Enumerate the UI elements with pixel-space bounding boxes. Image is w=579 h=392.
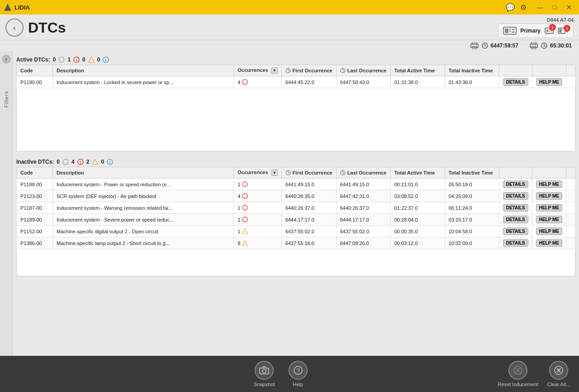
cell-extra bbox=[566, 202, 575, 214]
cell-extra bbox=[566, 214, 575, 226]
cell-details-btn[interactable]: DETAILS bbox=[499, 237, 532, 249]
svg-line-41 bbox=[343, 71, 344, 71]
cell-active-time: 00:00:35.0 bbox=[390, 226, 445, 237]
details-button[interactable]: DETAILS bbox=[503, 216, 528, 223]
cell-helpme-btn[interactable]: HELP ME bbox=[532, 214, 566, 226]
app-content: ‹ DTCs D944 A7-04 Primary bbox=[0, 14, 579, 356]
snapshot-button[interactable]: Snapshot bbox=[254, 361, 275, 387]
th-btn1-inactive bbox=[499, 167, 532, 179]
reset-label: Reset Inducement bbox=[498, 382, 538, 387]
th-extra-inactive bbox=[566, 167, 575, 179]
cell-details-btn[interactable]: DETAILS bbox=[499, 226, 532, 237]
help-icon: ? bbox=[289, 361, 308, 380]
cell-helpme-btn[interactable]: HELP ME bbox=[532, 179, 566, 190]
minimize-button[interactable]: — bbox=[534, 2, 546, 12]
inactive-dtcs-body: P1188-00 Inducement system - Power or sp… bbox=[17, 179, 575, 249]
sort-icon-occurrences[interactable]: ▼ bbox=[271, 67, 278, 74]
cell-details-btn[interactable]: DETAILS bbox=[499, 76, 532, 88]
helpme-button[interactable]: HELP ME bbox=[536, 192, 562, 200]
cell-last: 6444:17:17.0 bbox=[336, 214, 390, 226]
svg-text:!: ! bbox=[80, 160, 81, 165]
inactive-table-row: P1123-00 SCR system (DEF injector) - Air… bbox=[17, 190, 575, 202]
active-icon-3: i bbox=[103, 57, 109, 63]
details-button[interactable]: DETAILS bbox=[503, 192, 528, 200]
cell-details-btn[interactable]: DETAILS bbox=[499, 214, 532, 226]
cell-first: 6441:49:15.0 bbox=[281, 179, 336, 190]
cell-active-time: 03:08:52.0 bbox=[390, 190, 445, 202]
cell-details-btn[interactable]: DETAILS bbox=[499, 202, 532, 214]
device-id: D944 A7-04 bbox=[547, 17, 574, 23]
svg-rect-11 bbox=[549, 31, 550, 32]
chat-icon[interactable]: 💬 bbox=[506, 3, 515, 12]
cell-inactive-time: 10:04:58.0 bbox=[445, 226, 499, 237]
th-inactive-time: Total Inactive Time bbox=[445, 65, 499, 76]
helpme-button[interactable]: HELP ME bbox=[536, 216, 562, 223]
cell-extra bbox=[566, 76, 575, 88]
cell-description: Inducement system - Power or speed reduc… bbox=[53, 179, 234, 190]
th-btn2 bbox=[532, 65, 566, 76]
helpme-button[interactable]: HELP ME bbox=[536, 239, 562, 247]
back-button[interactable]: ‹ bbox=[5, 19, 24, 37]
content-area: Active DTCs: 0 1 ! 0 0 i bbox=[13, 51, 579, 356]
svg-marker-65 bbox=[242, 241, 247, 246]
helpme-button[interactable]: HELP ME bbox=[536, 204, 562, 212]
svg-point-19 bbox=[476, 45, 477, 46]
cell-inactive-time: 10:02:09.0 bbox=[445, 237, 499, 249]
cell-occurrences: 1 ! bbox=[234, 214, 281, 226]
helpme-button[interactable]: HELP ME bbox=[536, 180, 562, 188]
cell-helpme-btn[interactable]: HELP ME bbox=[532, 76, 566, 88]
clear-all-button[interactable]: Clear All... bbox=[547, 361, 570, 387]
cell-extra bbox=[566, 237, 575, 249]
clock-icon-2 bbox=[541, 43, 547, 49]
cell-helpme-btn[interactable]: HELP ME bbox=[532, 202, 566, 214]
active-empty-space bbox=[16, 88, 575, 151]
svg-line-22 bbox=[485, 46, 486, 47]
details-button[interactable]: DETAILS bbox=[503, 180, 528, 188]
cell-last: 6440:26:37.0 bbox=[336, 202, 390, 214]
svg-line-29 bbox=[544, 46, 546, 47]
cell-helpme-btn[interactable]: HELP ME bbox=[532, 226, 566, 237]
svg-rect-7 bbox=[512, 31, 515, 33]
maximize-button[interactable]: □ bbox=[548, 2, 561, 12]
cell-occurrences: 8 bbox=[234, 237, 281, 249]
cell-first: 6437:55:02.0 bbox=[281, 226, 336, 237]
details-button[interactable]: DETAILS bbox=[503, 78, 528, 86]
sidebar-toggle[interactable]: › bbox=[2, 55, 11, 64]
helpme-button[interactable]: HELP ME bbox=[536, 227, 562, 235]
cell-active-time: 00:28:04.0 bbox=[390, 214, 445, 226]
sidebar-label: Filters bbox=[4, 91, 9, 108]
cell-details-btn[interactable]: DETAILS bbox=[499, 190, 532, 202]
details-button[interactable]: DETAILS bbox=[503, 227, 528, 235]
active-dtcs-table: Code Description Occurrences ▼ First Occ… bbox=[16, 65, 575, 88]
svg-point-26 bbox=[535, 45, 536, 46]
app-title: LIDIA bbox=[14, 4, 30, 11]
header: ‹ DTCs D944 A7-04 Primary bbox=[0, 14, 579, 40]
reset-icon bbox=[508, 361, 527, 380]
reset-inducement-button[interactable]: Reset Inducement bbox=[498, 361, 538, 387]
svg-text:!: ! bbox=[245, 207, 246, 211]
app-logo-icon bbox=[4, 3, 12, 11]
help-button[interactable]: ? Help bbox=[289, 361, 308, 387]
cell-helpme-btn[interactable]: HELP ME bbox=[532, 237, 566, 249]
badge-1: 1 bbox=[549, 24, 556, 31]
cell-details-btn[interactable]: DETAILS bbox=[499, 179, 532, 190]
snapshot-label: Snapshot bbox=[254, 382, 275, 387]
cell-active-time: 01:31:38.0 bbox=[390, 76, 445, 88]
close-button[interactable]: ✕ bbox=[563, 2, 575, 12]
cell-occurrences: 4 ! bbox=[234, 76, 281, 88]
title-bar-icons: 💬 ⚙ bbox=[506, 3, 527, 12]
svg-rect-2 bbox=[505, 28, 508, 33]
cell-helpme-btn[interactable]: HELP ME bbox=[532, 190, 566, 202]
cell-inactive-time: 06:11:24.0 bbox=[445, 202, 499, 214]
sort-icon-occ-inactive[interactable]: ▼ bbox=[271, 170, 278, 176]
details-button[interactable]: DETAILS bbox=[503, 239, 528, 247]
helpme-button[interactable]: HELP ME bbox=[536, 78, 562, 86]
cell-code: P1386-00 bbox=[17, 237, 53, 249]
svg-text:i: i bbox=[109, 160, 111, 165]
svg-rect-68 bbox=[266, 369, 267, 370]
cell-first: 6444:17:17.0 bbox=[281, 214, 336, 226]
settings-icon[interactable]: ⚙ bbox=[520, 3, 527, 12]
bottom-right: Reset Inducement Clear All... bbox=[498, 361, 570, 387]
details-button[interactable]: DETAILS bbox=[503, 204, 528, 212]
sidebar[interactable]: › Filters bbox=[0, 51, 13, 356]
